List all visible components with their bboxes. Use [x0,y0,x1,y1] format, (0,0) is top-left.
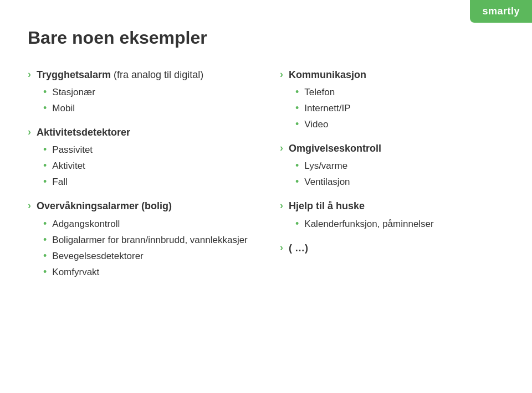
list-item-level2: •Fall [43,175,252,189]
level2-label: Bevegelsesdetektorer [52,249,143,263]
bullet-icon: • [295,174,299,189]
bullet-icon: • [295,85,299,100]
list-item-level2: •Komfyrvakt [43,265,252,280]
bullet-icon: • [43,232,47,247]
bullet-icon: • [43,101,47,116]
list-item-level1: ›Kommunikasjon [280,68,504,82]
bullet-icon: • [295,117,299,132]
list-item-level2: •Adgangskontroll [43,217,252,231]
level2-list: •Kalenderfunksjon, påminnelser [295,217,504,231]
level2-label: Komfyrvakt [52,265,99,280]
list-item-level1: ›( …) [280,241,504,255]
level2-label: Stasjonær [52,85,95,100]
bullet-icon: • [295,158,299,173]
list-item-level2: •Kalenderfunksjon, påminnelser [295,217,504,231]
level2-list: •Telefon•Internett/IP•Video [295,85,504,132]
list-item-level1: ›Overvåkningsalarmer (bolig) [28,199,252,213]
logo-text: smartly [482,6,520,17]
list-item-level2: •Video [295,117,504,132]
bullet-icon: • [295,216,299,231]
page-title: Bare noen eksempler [28,28,504,48]
bullet-icon: • [43,142,47,157]
level2-label: Internett/IP [304,101,350,116]
arrow-icon: › [28,126,31,138]
list-item-level2: •Telefon [295,85,504,100]
list-item-level2: •Stasjonær [43,85,252,100]
arrow-icon: › [28,200,31,211]
level2-list: •Adgangskontroll•Boligalarmer for brann/… [43,217,252,280]
bullet-icon: • [43,265,47,280]
arrow-icon: › [28,69,31,80]
level2-label: Aktivitet [52,159,85,173]
bullet-icon: • [43,249,47,263]
list-item-level2: •Ventilasjon [295,175,504,189]
level1-label: Omgivelseskontroll [289,142,381,156]
level2-label: Video [304,117,328,132]
arrow-icon: › [280,142,283,154]
level1-label: Kommunikasjon [289,68,366,82]
level2-label: Mobil [52,101,75,116]
list-item-level1: ›Aktivitetsdetektorer [28,126,252,139]
content-columns: ›Trygghetsalarm (fra analog til digital)… [28,68,504,281]
list-item-level2: •Boligalarmer for brann/innbrudd, vannle… [43,233,252,247]
list-item-level2: •Lys/varme [295,159,504,173]
level2-label: Adgangskontroll [52,217,120,231]
bullet-icon: • [43,174,47,189]
level1-label: ( …) [289,241,308,255]
level1-label: Hjelp til å huske [289,199,365,213]
level2-label: Fall [52,175,67,189]
level1-label: Overvåkningsalarmer (bolig) [37,199,172,213]
arrow-icon: › [280,200,283,211]
level2-label: Lys/varme [304,159,347,173]
level2-label: Kalenderfunksjon, påminnelser [304,217,433,231]
list-item-level2: •Passivitet [43,143,252,157]
level2-label: Passivitet [52,143,93,157]
list-item-level2: •Bevegelsesdetektorer [43,249,252,263]
arrow-icon: › [280,242,283,254]
page-wrapper: smartly Bare noen eksempler ›Trygghetsal… [0,0,532,393]
level2-label: Telefon [304,85,335,100]
bullet-icon: • [43,158,47,173]
list-item-level2: •Aktivitet [43,159,252,173]
list-item-level1: ›Omgivelseskontroll [280,142,504,156]
bullet-icon: • [43,85,47,100]
bullet-icon: • [295,101,299,116]
level2-label: Boligalarmer for brann/innbrudd, vannlek… [52,233,247,247]
smartly-logo: smartly [470,0,532,23]
bullet-icon: • [43,216,47,231]
level2-list: •Stasjonær•Mobil [43,85,252,116]
level1-label: Trygghetsalarm (fra analog til digital) [37,68,203,82]
level2-list: •Passivitet•Aktivitet•Fall [43,143,252,189]
list-item-level2: •Internett/IP [295,101,504,116]
arrow-icon: › [280,69,283,80]
list-item-level1: ›Hjelp til å huske [280,199,504,213]
level1-label: Aktivitetsdetektorer [37,126,130,139]
level2-list: •Lys/varme•Ventilasjon [295,159,504,189]
list-item-level2: •Mobil [43,101,252,116]
right-column: ›Kommunikasjon•Telefon•Internett/IP•Vide… [269,68,504,281]
left-column: ›Trygghetsalarm (fra analog til digital)… [28,68,269,281]
list-item-level1: ›Trygghetsalarm (fra analog til digital) [28,68,252,82]
level2-label: Ventilasjon [304,175,350,189]
